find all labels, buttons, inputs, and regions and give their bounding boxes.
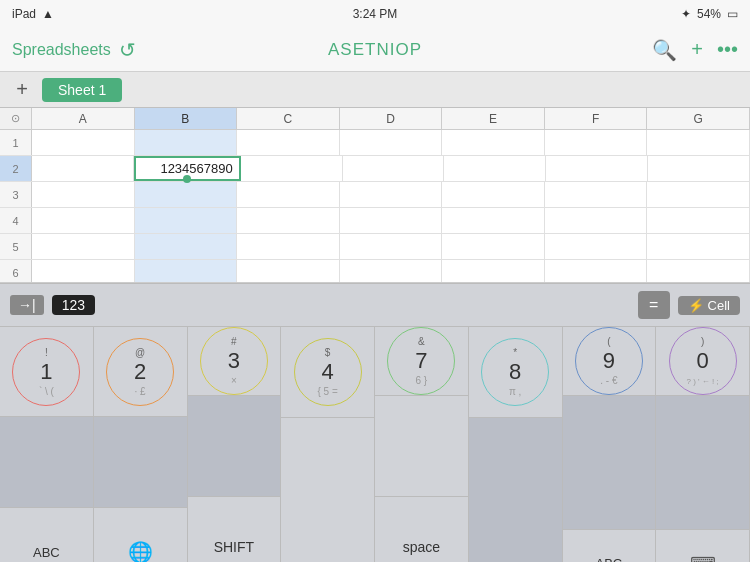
row-num-2: 2 [0,156,32,181]
add-icon[interactable]: + [691,38,703,61]
numpad-col-6: * 8 π , [469,327,563,562]
share-icon[interactable]: 🔍 [652,38,677,62]
key-0-lower[interactable] [656,396,750,530]
cell-a6[interactable] [32,260,135,283]
cell-e5[interactable] [442,234,545,259]
key-7[interactable]: & 7 6 } [375,327,469,396]
cell-g2[interactable] [648,156,750,181]
back-button[interactable]: Spreadsheets [12,41,111,59]
key-1-top: ! [13,347,79,358]
col-header-b[interactable]: B [135,108,238,129]
cell-d3[interactable] [340,182,443,207]
equals-button[interactable]: = [638,291,670,319]
cell-g5[interactable] [647,234,750,259]
cell-c5[interactable] [237,234,340,259]
key-1[interactable]: ! 1 ` \ ( [0,327,94,417]
cell-a3[interactable] [32,182,135,207]
sheet-tab[interactable]: Sheet 1 [42,78,122,102]
col-header-g[interactable]: G [647,108,750,129]
cell-c4[interactable] [237,208,340,233]
abc-right-label: ABC [596,556,623,562]
cell-d2[interactable] [343,156,445,181]
space-button[interactable]: space [375,497,469,562]
cell-f2[interactable] [546,156,648,181]
cell-c1[interactable] [237,130,340,155]
cell-c6[interactable] [237,260,340,283]
key-2-main: 2 [134,361,146,383]
cell-f1[interactable] [545,130,648,155]
cell-f6[interactable] [545,260,648,283]
cell-f4[interactable] [545,208,648,233]
cell-e6[interactable] [442,260,545,283]
key-4[interactable]: $ 4 { 5 = [281,327,375,418]
cell-b5[interactable] [135,234,238,259]
col-header-e[interactable]: E [442,108,545,129]
key-9[interactable]: ( 9 . - € [563,327,657,396]
cell-g3[interactable] [647,182,750,207]
battery-icon: ▭ [727,7,738,21]
wifi-icon: ▲ [42,7,54,21]
key-8-circle: * 8 π , [481,338,549,406]
cell-g4[interactable] [647,208,750,233]
row-num-5: 5 [0,234,32,259]
abc-button-left[interactable]: ABC [0,508,94,562]
cell-d5[interactable] [340,234,443,259]
col-header-c[interactable]: C [237,108,340,129]
cell-d6[interactable] [340,260,443,283]
key-9-lower[interactable] [563,396,657,530]
key-7-lower[interactable] [375,396,469,497]
col-header-a[interactable]: A [32,108,135,129]
key-4-lower[interactable] [281,418,375,562]
add-sheet-button[interactable]: + [8,76,36,104]
cell-b2[interactable]: 1234567890 [134,156,241,181]
document-title: ASETNIOP [328,40,422,60]
key-2[interactable]: @ 2 · £ [94,327,188,417]
cell-b3[interactable] [135,182,238,207]
more-icon[interactable]: ••• [717,38,738,61]
key-8-lower[interactable] [469,418,563,562]
cell-e1[interactable] [442,130,545,155]
globe-button[interactable]: 🌐 [94,508,188,562]
cell-e4[interactable] [442,208,545,233]
status-left: iPad ▲ [12,7,54,21]
key-1-main: 1 [40,361,52,383]
cell-e2[interactable] [444,156,546,181]
corner-cell: ⊙ [0,108,32,129]
tab-key[interactable]: →| [10,295,44,315]
cell-a2[interactable] [32,156,134,181]
cell-d1[interactable] [340,130,443,155]
cell-a5[interactable] [32,234,135,259]
key-3-lower[interactable] [188,396,282,497]
col-header-d[interactable]: D [340,108,443,129]
cell-c2[interactable] [241,156,343,181]
cell-b4[interactable] [135,208,238,233]
cell-button[interactable]: ⚡ Cell [678,296,740,315]
key-9-bottom: . - € [576,375,642,386]
undo-button[interactable]: ↺ [119,38,136,62]
cell-a1[interactable] [32,130,135,155]
cell-d4[interactable] [340,208,443,233]
cell-f5[interactable] [545,234,648,259]
cell-e3[interactable] [442,182,545,207]
abc-button-right[interactable]: ABC [563,530,657,562]
cell-g1[interactable] [647,130,750,155]
keyboard-button[interactable]: ⌨ [656,530,750,562]
key-1-lower[interactable] [0,417,94,507]
table-row: 2 1234567890 [0,156,750,182]
cell-g6[interactable] [647,260,750,283]
cell-a4[interactable] [32,208,135,233]
cell-b1[interactable] [135,130,238,155]
key-8[interactable]: * 8 π , [469,327,563,418]
shift-button[interactable]: SHIFT [188,497,282,562]
key-3[interactable]: # 3 × [188,327,282,396]
mode-button[interactable]: 123 [52,295,95,315]
cell-b6[interactable] [135,260,238,283]
key-7-main: 7 [415,350,427,372]
toolbar-right: 🔍 + ••• [652,38,738,62]
cell-c3[interactable] [237,182,340,207]
key-0[interactable]: ) 0 ? ) ' ← ! ; [656,327,750,396]
row-num-3: 3 [0,182,32,207]
col-header-f[interactable]: F [545,108,648,129]
key-2-lower[interactable] [94,417,188,507]
cell-f3[interactable] [545,182,648,207]
